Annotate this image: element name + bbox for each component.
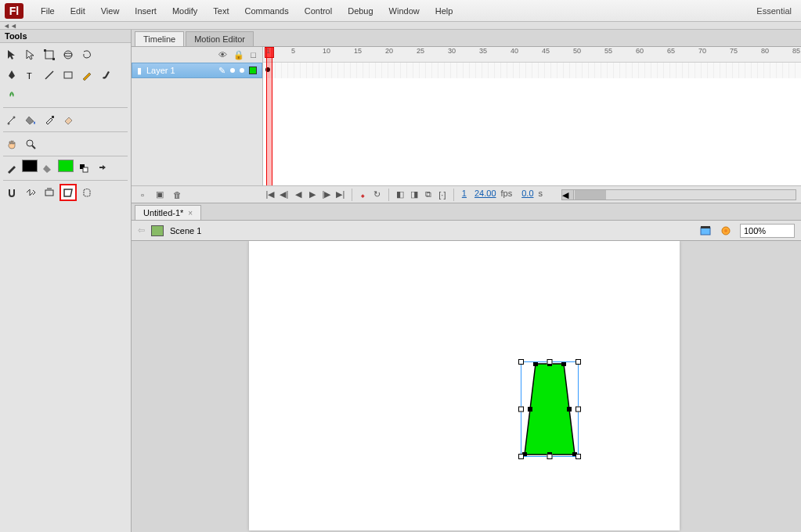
selection-handle-bottom-center[interactable] — [547, 454, 553, 459]
pencil-tool[interactable] — [78, 66, 96, 84]
layer-lock-dot[interactable] — [240, 68, 244, 73]
3d-rotation-tool[interactable] — [60, 46, 77, 63]
outline-icon[interactable]: □ — [251, 50, 256, 59]
selected-shape[interactable] — [521, 362, 578, 456]
next-frame-button[interactable]: |▶ — [320, 189, 333, 201]
frame-strip[interactable] — [263, 63, 801, 78]
fps-value[interactable]: 24.00 — [471, 189, 500, 201]
close-tab-icon[interactable]: × — [188, 209, 193, 217]
swap-colors-icon[interactable] — [94, 160, 111, 177]
elapsed-time-value[interactable]: 0.0 — [518, 189, 536, 201]
layer-outline-swatch[interactable] — [249, 66, 257, 74]
edit-multiple-frames-button[interactable]: ⧉ — [422, 189, 435, 201]
selection-tool[interactable] — [3, 46, 20, 63]
scene-label[interactable]: Scene 1 — [170, 226, 201, 235]
straighten-option[interactable] — [41, 184, 58, 201]
trapezoid-shape[interactable] — [521, 362, 578, 456]
new-layer-button[interactable]: ▫ — [136, 189, 149, 201]
zoom-tool[interactable] — [22, 135, 39, 153]
menu-debug[interactable]: Debug — [340, 3, 381, 19]
fill-color-swatch[interactable] — [58, 160, 74, 172]
timeline-ruler[interactable]: 1 5 10 15 20 25 30 35 40 45 50 55 60 65 — [263, 47, 801, 63]
lasso-tool[interactable] — [78, 46, 96, 63]
selection-handle-top-left[interactable] — [518, 359, 524, 365]
eyedropper-tool[interactable] — [41, 111, 58, 128]
modify-markers-button[interactable]: [·] — [436, 189, 449, 201]
tab-timeline[interactable]: Timeline — [135, 31, 184, 46]
center-frame-button[interactable]: ⬥ — [357, 189, 370, 201]
menu-help[interactable]: Help — [428, 3, 461, 19]
smooth-option[interactable] — [22, 184, 39, 201]
stage-canvas[interactable] — [249, 241, 680, 530]
free-transform-tool[interactable] — [41, 46, 58, 63]
selection-handle-top-center[interactable] — [547, 359, 553, 365]
layer-pencil-icon: ✎ — [218, 66, 226, 76]
edit-scene-icon[interactable] — [699, 225, 713, 237]
layer-visibility-dot[interactable] — [230, 68, 235, 73]
tab-motion-editor[interactable]: Motion Editor — [186, 31, 254, 46]
back-button[interactable]: ⇦ — [138, 225, 145, 235]
last-frame-button[interactable]: ▶| — [334, 189, 347, 201]
menu-text[interactable]: Text — [205, 3, 236, 19]
stroke-color-pencil-icon — [3, 160, 20, 177]
pen-tool[interactable] — [3, 66, 20, 84]
selection-handle-mid-left[interactable] — [518, 407, 524, 412]
hand-tool[interactable] — [3, 135, 20, 153]
play-backward-button[interactable]: ◀ — [292, 189, 305, 201]
snap-to-objects-option[interactable] — [3, 184, 20, 201]
rectangle-tool[interactable] — [60, 66, 77, 84]
bone-tool[interactable] — [3, 111, 20, 128]
prev-frame-button[interactable]: ◀| — [278, 189, 290, 201]
current-frame-value[interactable]: 1 — [459, 189, 470, 201]
loop-button[interactable]: ↻ — [371, 189, 384, 201]
fps-unit: fps — [501, 189, 518, 201]
onion-skin-outlines-button[interactable]: ◨ — [408, 189, 420, 201]
menu-window[interactable]: Window — [381, 3, 428, 19]
menu-modify[interactable]: Modify — [164, 3, 205, 19]
line-tool[interactable] — [41, 66, 58, 84]
selection-handle-top-right[interactable] — [575, 359, 581, 365]
stroke-color-swatch[interactable] — [22, 160, 38, 172]
zoom-field[interactable]: 100% — [740, 224, 795, 238]
scroll-left-button[interactable]: ◀ — [562, 190, 574, 200]
play-button[interactable]: ▶ — [306, 189, 319, 201]
black-and-white-icon[interactable] — [75, 160, 92, 177]
eye-icon[interactable]: 👁 — [218, 50, 227, 59]
lock-icon[interactable]: 🔒 — [233, 50, 244, 60]
onion-skin-button[interactable]: ◧ — [394, 189, 406, 201]
menu-commands[interactable]: Commands — [236, 3, 296, 19]
deco-tool[interactable] — [3, 87, 20, 104]
panel-collapse-bar[interactable]: ◄◄ — [0, 22, 801, 30]
svg-rect-16 — [701, 226, 710, 228]
selection-handle-bottom-right[interactable] — [575, 454, 581, 459]
workspace-selector[interactable]: Essential — [752, 6, 796, 16]
menu-view[interactable]: View — [93, 3, 128, 19]
eraser-tool[interactable] — [60, 111, 77, 128]
ruler-mark: 55 — [604, 47, 612, 55]
timeline-scrollbar[interactable]: ◀ — [561, 189, 796, 200]
stage-area[interactable] — [132, 241, 801, 532]
layer-row[interactable]: ▮ Layer 1 ✎ — [132, 63, 262, 78]
tools-panel-title: Tools — [0, 30, 131, 43]
selection-handle-mid-right[interactable] — [575, 407, 581, 412]
document-tab[interactable]: Untitled-1* × — [135, 205, 201, 220]
subselection-tool[interactable] — [22, 46, 39, 63]
menu-edit[interactable]: Edit — [63, 3, 93, 19]
menu-control[interactable]: Control — [297, 3, 340, 19]
paint-bucket-tool[interactable] — [22, 111, 39, 128]
distort-option[interactable] — [78, 184, 96, 201]
scroll-thumb[interactable] — [575, 190, 606, 200]
new-folder-button[interactable]: ▣ — [153, 189, 166, 201]
menu-insert[interactable]: Insert — [127, 3, 164, 19]
brush-tool[interactable] — [97, 66, 114, 84]
frames-area[interactable]: 1 5 10 15 20 25 30 35 40 45 50 55 60 65 — [263, 47, 801, 185]
text-tool[interactable]: T — [22, 66, 39, 84]
delete-layer-button[interactable]: 🗑 — [171, 189, 183, 201]
menu-file[interactable]: File — [33, 3, 63, 19]
svg-point-3 — [64, 51, 72, 59]
selection-handle-bottom-left[interactable] — [518, 454, 524, 459]
edit-symbols-icon[interactable] — [720, 225, 734, 237]
envelope-option[interactable] — [60, 184, 77, 201]
first-frame-button[interactable]: |◀ — [264, 189, 276, 201]
ruler-mark: 25 — [417, 47, 424, 55]
